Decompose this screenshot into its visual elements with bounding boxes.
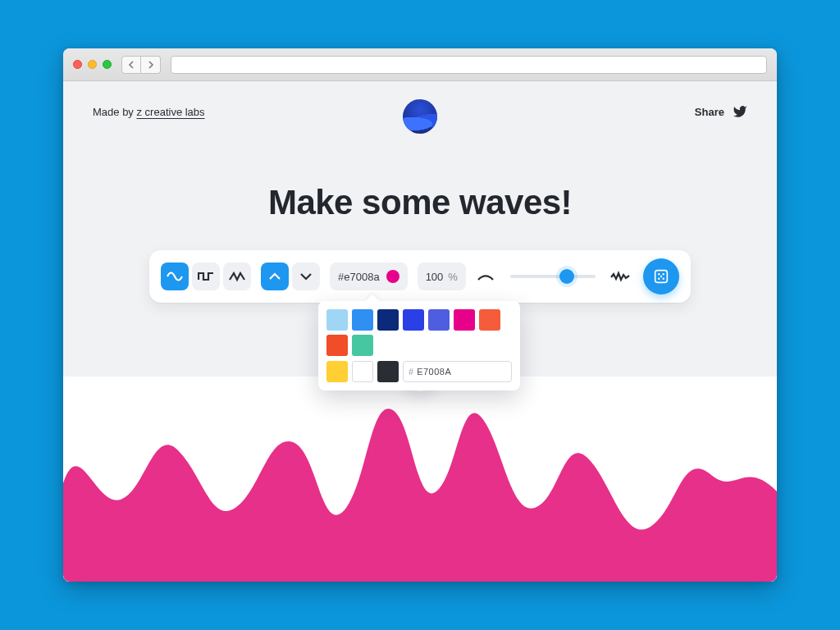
- wave-direction-segment: [261, 262, 320, 290]
- picker-swatch[interactable]: [352, 309, 373, 331]
- browser-chrome: [63, 48, 777, 81]
- madeby-link[interactable]: z creative labs: [136, 106, 204, 118]
- madeby-credit: Made by z creative labs: [93, 106, 205, 118]
- color-picker-popover: #: [318, 301, 520, 390]
- wave-toolbar: #e7008a 100 %: [149, 250, 691, 303]
- picker-swatch[interactable]: [352, 361, 373, 382]
- opacity-pill[interactable]: 100 %: [418, 262, 466, 290]
- picker-swatch[interactable]: [428, 309, 450, 331]
- shape-square-button[interactable]: [192, 262, 220, 290]
- app-logo: [403, 99, 437, 134]
- color-pill[interactable]: #e7008a: [330, 262, 408, 290]
- hash-label: #: [409, 367, 413, 377]
- picker-swatch[interactable]: [377, 309, 399, 331]
- curve-high-icon: [610, 271, 630, 282]
- svg-point-2: [663, 273, 664, 275]
- color-hex-label: #e7008a: [338, 271, 380, 283]
- page: Made by z creative labs Share Make some …: [63, 81, 777, 582]
- madeby-prefix: Made by: [93, 106, 136, 118]
- browser-window: Made by z creative labs Share Make some …: [63, 48, 777, 582]
- picker-swatches-row2: [326, 361, 399, 382]
- back-button[interactable]: [121, 56, 141, 74]
- close-window-icon[interactable]: [73, 60, 82, 69]
- complexity-slider[interactable]: [510, 262, 596, 290]
- url-bar[interactable]: [171, 56, 767, 74]
- twitter-icon: [733, 104, 747, 119]
- picker-hex-field[interactable]: #: [403, 361, 512, 382]
- picker-swatch[interactable]: [454, 309, 475, 331]
- picker-swatch[interactable]: [403, 309, 424, 331]
- picker-hex-input[interactable]: [417, 367, 474, 377]
- wave-shape-segment: [161, 262, 251, 290]
- color-swatch-icon: [386, 270, 399, 283]
- opacity-value: 100: [426, 271, 444, 283]
- svg-point-4: [663, 278, 664, 280]
- slider-track: [510, 275, 596, 278]
- picker-swatch[interactable]: [377, 361, 399, 382]
- picker-swatch[interactable]: [326, 309, 348, 331]
- curve-low-icon: [476, 271, 495, 282]
- shape-zigzag-button[interactable]: [223, 262, 251, 290]
- page-title: Make some waves!: [63, 183, 777, 222]
- opacity-unit: %: [448, 271, 458, 283]
- picker-swatch[interactable]: [326, 361, 348, 382]
- direction-down-button[interactable]: [292, 262, 320, 290]
- picker-swatch[interactable]: [479, 309, 500, 331]
- direction-up-button[interactable]: [261, 262, 289, 290]
- picker-swatch[interactable]: [352, 335, 373, 356]
- maximize-window-icon[interactable]: [103, 60, 112, 69]
- dice-icon: [652, 267, 670, 285]
- wave-preview: [63, 385, 777, 582]
- slider-thumb[interactable]: [559, 269, 574, 284]
- forward-button[interactable]: [141, 56, 161, 74]
- shape-sine-button[interactable]: [161, 262, 189, 290]
- picker-swatches: [326, 309, 512, 356]
- minimize-window-icon[interactable]: [88, 60, 97, 69]
- randomize-button[interactable]: [643, 258, 679, 294]
- svg-point-3: [658, 278, 660, 280]
- nav-buttons: [121, 56, 161, 74]
- window-controls: [73, 60, 112, 69]
- share-label: Share: [695, 106, 724, 118]
- share-control[interactable]: Share: [695, 104, 747, 119]
- picker-swatch[interactable]: [326, 335, 348, 356]
- svg-point-5: [660, 276, 662, 277]
- svg-point-1: [658, 273, 660, 275]
